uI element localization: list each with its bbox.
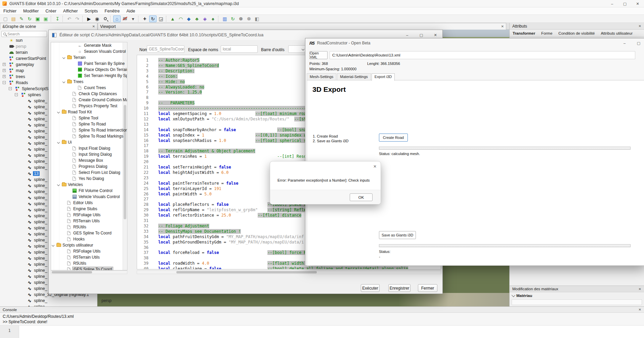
script-item-ui[interactable]: Ui [51,139,123,145]
open-folder-icon[interactable]: ▤ [10,15,17,22]
script-item-splinetoroadmarkings[interactable]: Spline To Road Markings [51,133,123,139]
script-item-paintterrainbyspline[interactable]: Paint Terrain By Spline [51,61,123,67]
toolbar-select[interactable] [288,45,306,53]
minimize-icon[interactable]: – [606,0,618,7]
new-file-icon[interactable]: ▢ [2,15,9,22]
expand-plus-icon[interactable]: + [3,75,6,78]
tab-viewport[interactable]: Viewport ✕ [98,23,506,30]
close-button[interactable]: Fermer [418,284,437,292]
tree-placement-icon[interactable]: ♠ [209,15,217,22]
namespace-field[interactable]: local [221,45,258,53]
save-icon[interactable]: ▣ [34,15,41,22]
script-item-roadtoolkit[interactable]: Road Tool Kit [51,109,123,115]
reload-icon[interactable]: ↻ [26,15,33,22]
collapse-minus-icon[interactable]: − [9,87,12,90]
chevron-down-icon[interactable] [52,244,54,247]
chevron-down-icon[interactable] [57,141,60,144]
menu-fentre[interactable]: Fenêtre [101,8,123,13]
menu-crer[interactable]: Créer [42,8,60,13]
rc-tab-materialsettings[interactable]: Material-Settings [337,73,371,80]
tab-scenegraph[interactable]: &Graphe de scène ✕ [0,23,97,30]
scenegraph-close-icon[interactable]: ✕ [92,25,95,28]
window-tool-icon[interactable]: ▥ [221,15,228,22]
close-icon[interactable]: ✕ [373,164,377,169]
scene-item-spline[interactable]: ∿spline_ [0,298,97,304]
xml-path-field[interactable]: C:\Users\Admin\Desktop\Routes\13.xml [330,51,635,59]
save-giants-i3d-button[interactable]: Save as Giants i3D [379,231,416,239]
console-input-area[interactable]: 1 [0,325,644,338]
close-icon[interactable]: ✕ [631,0,644,7]
script-item-editorutils[interactable]: Editor Utils [51,200,123,206]
gear-icon[interactable]: ☸ [237,15,245,22]
rc-tab-exporti3d[interactable]: Export i3D [372,73,395,81]
collapse-minus-icon[interactable]: − [15,93,18,96]
play-icon[interactable]: ▶ [85,15,93,22]
undo-icon[interactable]: ↶ [66,15,73,22]
package-icon[interactable]: ◧ [253,15,261,22]
script-item-splinetoroadintersection[interactable]: Spline To Road Intersection [51,127,123,133]
create-road-button[interactable]: Create Road [379,134,408,142]
move-tool-icon[interactable]: + [141,15,148,22]
rc-tab-meshsettings[interactable]: Mesh-Settings [307,73,336,80]
name-field[interactable]: GES_SplineToCoord [147,45,184,53]
roadconstructor-titlebar[interactable]: R5 RoadConstructor - Open Beta – ▢ [305,38,644,48]
chevron-down-icon[interactable] [62,80,65,83]
menu-afficher[interactable]: Afficher [60,8,81,13]
menu-modifier[interactable]: Modifier [20,8,42,13]
foliage-paint-icon[interactable]: ♣ [193,15,201,22]
chevron-down-icon[interactable] [57,183,60,186]
script-item-messagebox[interactable]: Message Box [51,157,123,163]
scale-tool-icon[interactable]: ◲ [157,15,165,22]
script-item-physicspropertytest[interactable]: Physics Property Test [51,103,123,109]
scene-item-spline[interactable]: ∿spline_ [0,304,97,306]
scrollbar-thumb[interactable] [124,105,126,219]
search-input[interactable]: Search [1,31,47,37]
script-item-scriptsutilisateur[interactable]: Scripts utilisateur [51,242,123,248]
materials-close-icon[interactable]: ✕ [639,287,641,291]
script-item-terrain[interactable]: Terrain [51,54,123,61]
script-item-seasonvisualscontrol[interactable]: ☼Season Visuals Control [51,48,123,54]
maximize-icon[interactable]: ▢ [618,0,631,7]
terrain-paint-icon[interactable]: ◆ [185,15,192,22]
info-layer-icon[interactable]: ◈ [201,15,209,22]
ok-button[interactable]: OK [350,193,373,201]
expand-plus-icon[interactable]: + [3,63,6,66]
gear-add-icon[interactable]: ☸ [245,15,253,22]
code-hscrollbar[interactable] [137,270,441,274]
script-item-inputfloatdialog[interactable]: Input Float Dialog [51,145,123,151]
attr-tab-transformer[interactable]: Transformer [510,31,538,35]
terrain-smooth-icon[interactable]: ◠ [177,15,184,22]
script-item-enginestubs[interactable]: Engine Stubs [51,206,123,212]
attr-tab-conditiondevisibilit[interactable]: Condition de visibilité [555,31,598,35]
expand-plus-icon[interactable]: + [3,69,6,72]
scrollbar-thumb[interactable] [176,271,317,273]
camera-dropdown-icon[interactable]: ▾ [129,15,137,22]
viewport-close-icon[interactable]: ✕ [501,25,504,28]
rotate-tool-icon[interactable]: ↻ [149,15,157,22]
menu-fichier[interactable]: Fichier [0,8,20,13]
redo-icon[interactable]: ↷ [74,15,81,22]
script-item-generatemask[interactable]: ←Generate Mask [51,42,123,48]
script-item-setterrainheightbyspline[interactable]: ↧Set Terrain Height By Spline [51,73,123,79]
material-clipped-control[interactable] [512,299,642,305]
script-item-checkclipdistances[interactable]: Check Clip Distances [51,91,123,97]
attr-tab-forme[interactable]: Forme [538,31,555,35]
save-button[interactable]: Enregistrer [388,284,411,292]
console-close-icon[interactable]: ✕ [639,308,641,311]
collapse-minus-icon[interactable]: − [3,81,6,84]
script-item-yesnodialog[interactable]: Yes No Dialog [51,176,123,182]
script-item-counttrees[interactable]: Count Trees [51,85,123,91]
script-item-r5foliageutils[interactable]: R5Foliage Utils [51,212,123,218]
import-icon[interactable]: ↧ [54,15,61,22]
script-item-inputstringdialog[interactable]: Input String Dialog [51,151,123,157]
minimize-icon[interactable]: – [617,38,632,48]
script-item-gessplinetocoord[interactable]: GES Spline To Coord [51,266,123,270]
script-item-r5terrainutils[interactable]: R5Terrain Utils [51,218,123,224]
attributes-close-icon[interactable]: ✕ [639,24,641,28]
refresh-scripts-icon[interactable]: ↻ [229,15,237,22]
script-item-r5utils[interactable]: R5Utils [51,260,123,266]
script-item-placeobjectsonterrain[interactable]: ШPlace Objects On Terrain [51,67,123,73]
script-item-r5terrainutils[interactable]: R5Terrain Utils [51,254,123,260]
home-camera-icon[interactable]: ⌂ [113,15,121,22]
edit-script-icon[interactable]: ✎ [18,15,25,22]
